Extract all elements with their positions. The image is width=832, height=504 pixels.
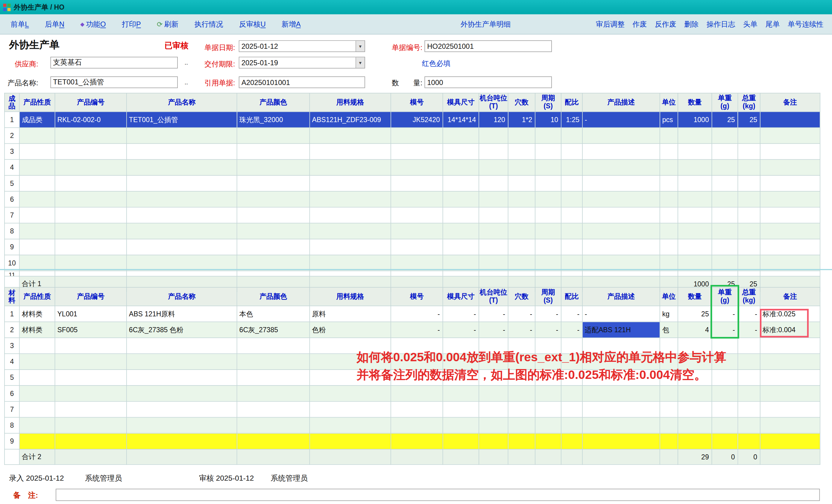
table-cell[interactable] — [660, 401, 678, 417]
table-cell[interactable] — [55, 144, 127, 160]
table-cell[interactable] — [535, 176, 561, 191]
table-cell[interactable] — [310, 128, 391, 143]
table-cell[interactable] — [443, 128, 479, 143]
table-cell[interactable] — [561, 128, 582, 143]
table-cell[interactable] — [738, 417, 760, 433]
table-cell[interactable] — [391, 370, 443, 386]
table-cell[interactable] — [535, 271, 561, 276]
table-cell[interactable] — [237, 207, 310, 223]
table-cell[interactable] — [582, 223, 660, 239]
table-cell[interactable]: - — [561, 306, 582, 322]
table-cell[interactable] — [391, 401, 443, 417]
table-cell[interactable] — [738, 271, 760, 276]
supplier-input[interactable] — [50, 57, 178, 69]
table-cell[interactable] — [535, 223, 561, 239]
table-cell[interactable] — [508, 144, 535, 160]
table-cell[interactable] — [443, 176, 479, 191]
table-cell[interactable] — [535, 255, 561, 271]
table-cell[interactable] — [310, 338, 391, 354]
table-cell[interactable] — [310, 386, 391, 401]
table-cell[interactable] — [738, 433, 760, 449]
table-cell[interactable] — [443, 191, 479, 207]
table-cell[interactable] — [391, 255, 443, 271]
row-number[interactable]: 2 — [4, 128, 20, 143]
table-cell[interactable] — [678, 271, 712, 276]
table-cell[interactable] — [738, 370, 760, 386]
table-cell[interactable]: 4 — [678, 322, 712, 338]
table-cell[interactable] — [582, 338, 660, 354]
table-cell[interactable] — [310, 417, 391, 433]
table-cell[interactable]: - — [443, 306, 479, 322]
table-cell[interactable] — [582, 128, 660, 143]
toolbar-detail-label[interactable]: 外协生产单明细 — [461, 20, 511, 29]
table-cell[interactable]: kg — [660, 306, 678, 322]
doc-date-dropdown-icon[interactable]: ▼ — [356, 41, 365, 51]
table-cell[interactable] — [678, 144, 712, 160]
table-cell[interactable]: TET001_公插管 — [127, 112, 237, 128]
table-cell[interactable] — [391, 338, 443, 354]
table-cell[interactable] — [760, 255, 820, 271]
table-cell[interactable] — [678, 160, 712, 176]
row-number[interactable]: 4 — [4, 160, 20, 176]
table-cell[interactable] — [508, 176, 535, 191]
table-cell[interactable] — [535, 160, 561, 176]
table-cell[interactable] — [535, 401, 561, 417]
table-cell[interactable] — [20, 239, 55, 255]
product-name-input[interactable] — [50, 76, 178, 88]
table-cell[interactable] — [712, 386, 738, 401]
table-cell[interactable] — [443, 401, 479, 417]
table-cell[interactable] — [760, 271, 820, 276]
table-cell[interactable] — [760, 144, 820, 160]
table-cell[interactable] — [20, 255, 55, 271]
table-cell[interactable]: 成品类 — [20, 112, 55, 128]
table-cell[interactable] — [738, 191, 760, 207]
table-cell[interactable] — [55, 370, 127, 386]
table-cell[interactable] — [127, 255, 237, 271]
table-cell[interactable] — [561, 191, 582, 207]
table-cell[interactable] — [391, 271, 443, 276]
column-header[interactable]: 产品名称 — [127, 93, 237, 112]
toolbar-button[interactable]: 反作废 — [655, 20, 676, 29]
table-cell[interactable] — [712, 271, 738, 276]
table-cell[interactable] — [55, 160, 127, 176]
table-cell[interactable] — [561, 370, 582, 386]
table-cell[interactable] — [712, 160, 738, 176]
table-cell[interactable] — [760, 338, 820, 354]
table-cell[interactable] — [127, 144, 237, 160]
table-cell[interactable]: 25 — [738, 112, 760, 128]
table-cell[interactable] — [561, 223, 582, 239]
table-cell[interactable] — [712, 433, 738, 449]
table-cell[interactable]: 1*2 — [508, 112, 535, 128]
table-cell[interactable] — [760, 386, 820, 401]
table-cell[interactable] — [479, 370, 508, 386]
table-cell[interactable] — [127, 433, 237, 449]
column-header[interactable]: 产品编号 — [55, 93, 127, 112]
table-cell[interactable] — [479, 401, 508, 417]
table-cell[interactable] — [508, 370, 535, 386]
table-cell[interactable] — [535, 144, 561, 160]
row-number[interactable]: 1 — [4, 306, 20, 322]
table-cell[interactable] — [443, 144, 479, 160]
table-cell[interactable]: 珠光黑_32000 — [237, 112, 310, 128]
table-cell[interactable]: ABS121H_ZDF23-009 — [310, 112, 391, 128]
supplier-browse-button[interactable]: .. — [182, 59, 190, 67]
table-cell[interactable] — [582, 207, 660, 223]
table-cell[interactable] — [678, 433, 712, 449]
table-cell[interactable]: - — [535, 322, 561, 338]
table-cell[interactable] — [443, 433, 479, 449]
table-cell[interactable] — [443, 386, 479, 401]
table-cell[interactable] — [582, 354, 660, 370]
table-cell[interactable] — [660, 370, 678, 386]
column-header[interactable]: 产品编号 — [55, 287, 127, 306]
note-input[interactable] — [56, 489, 820, 501]
table-cell[interactable] — [20, 354, 55, 370]
table-cell[interactable] — [561, 433, 582, 449]
column-header[interactable]: 产品颜色 — [237, 287, 310, 306]
table-cell[interactable] — [443, 160, 479, 176]
toolbar-button[interactable]: 新增A — [282, 20, 301, 29]
table-cell[interactable] — [582, 239, 660, 255]
table-cell[interactable] — [508, 191, 535, 207]
table-cell[interactable] — [127, 128, 237, 143]
table-cell[interactable] — [391, 433, 443, 449]
table-cell[interactable] — [310, 144, 391, 160]
